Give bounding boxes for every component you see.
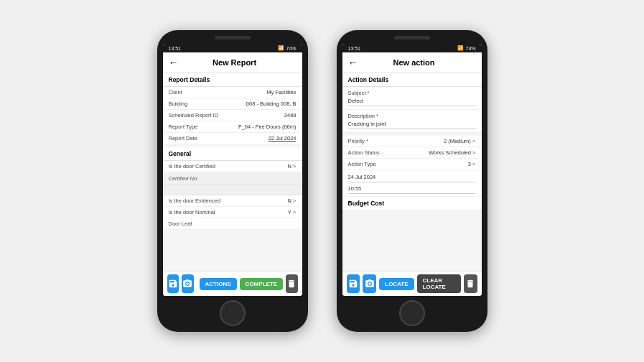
phone-2-back-button[interactable]: ← <box>348 57 358 68</box>
action-delete-button[interactable] <box>464 274 477 293</box>
action-type-field[interactable]: Action Type 3 > <box>342 159 482 170</box>
client-label: Client <box>169 89 233 96</box>
phone-1-toolbar: ACTIONS COMPLETE <box>163 271 302 296</box>
camera-button[interactable] <box>182 274 194 293</box>
certified-arrow: > <box>293 163 297 170</box>
certified-no-row: Certified No. <box>163 172 302 185</box>
description-value[interactable]: Cracking in joint <box>348 121 476 129</box>
scheduled-report-field: Scheduled Report ID 3489 <box>163 110 302 121</box>
certified-no-input-area <box>163 185 302 195</box>
phone-1-status-bar: 13:51 📶 74% <box>163 44 302 52</box>
general-section: General Is the door Certified N > Certif… <box>163 147 302 230</box>
certified-no-label: Certified No. <box>169 175 199 182</box>
nominal-value: Y > <box>233 209 297 215</box>
phone-2-signal-icon: 📶 <box>457 45 464 51</box>
phone-1-content: Report Details Client My Facilities Buil… <box>163 73 302 271</box>
general-section-header: General <box>163 147 302 161</box>
nominal-field[interactable]: Is the door Nominal Y > <box>163 207 302 218</box>
phone-2-speaker <box>394 36 430 40</box>
phone-2-battery-text: 74% <box>465 46 475 51</box>
phone-2-title: New action <box>363 58 466 67</box>
locate-button[interactable]: LOCATE <box>379 278 414 290</box>
building-value: 008 - Building 008, B <box>233 101 297 107</box>
phone-2-header: ← New action <box>342 52 482 73</box>
certified-value: N > <box>233 163 297 170</box>
evidenced-value: N > <box>233 198 297 204</box>
building-field: Building 008 - Building 008, B <box>163 98 302 110</box>
report-type-label: Report Type <box>169 124 233 130</box>
description-label: Description * <box>348 113 476 119</box>
phone-2-content: Action Details Subject * Defect Descript… <box>342 73 482 271</box>
building-label: Building <box>169 101 233 107</box>
report-date-field: Report Date 22 Jul 2024 <box>163 133 302 144</box>
action-status-value: Works Scheduled > <box>429 149 475 156</box>
action-type-label: Action Type <box>348 161 376 167</box>
subject-value[interactable]: Defect <box>348 98 476 106</box>
phone-2: 13:51 📶 74% ← New action Action Details … <box>337 30 487 332</box>
phone-1-signal-icon: 📶 <box>278 45 284 51</box>
priority-arrow: > <box>472 138 476 144</box>
client-value: My Facilities <box>233 89 297 96</box>
evidenced-arrow: > <box>293 198 297 204</box>
complete-by-time[interactable]: 10:55 <box>348 185 476 194</box>
report-date-label: Report Date <box>169 135 233 141</box>
delete-button[interactable] <box>286 274 298 293</box>
phone-2-status-bar: 13:51 📶 74% <box>342 44 482 52</box>
client-field: Client My Facilities <box>163 87 302 98</box>
nominal-label: Is the door Nominal <box>169 209 233 215</box>
report-type-value: F_04 - Fire Doors (06m) <box>233 124 297 130</box>
certified-field[interactable]: Is the door Certified N > <box>163 161 302 172</box>
complete-by-date[interactable]: 24 Jul 2024 <box>348 174 476 182</box>
priority-label: Priority * <box>348 138 368 144</box>
phone-2-home-button[interactable] <box>399 300 425 326</box>
phone-1: 13:51 📶 74% ← New Report Report Details … <box>157 30 308 332</box>
door-leaf-field: Door Leaf <box>163 218 302 230</box>
action-details-section: Action Details <box>342 73 482 87</box>
phone-2-time: 13:51 <box>348 46 361 51</box>
action-status-arrow: > <box>472 149 476 156</box>
phone-2-screen: 13:51 📶 74% ← New action Action Details … <box>342 44 482 296</box>
phone-1-title: New Report <box>183 58 286 67</box>
priority-value: 2 (Medium) > <box>444 138 476 144</box>
phone-1-speaker <box>215 36 251 40</box>
complete-by-section: 24 Jul 2024 10:55 <box>342 170 482 197</box>
phone-1-battery-text: 74% <box>286 46 296 51</box>
phone-2-toolbar: LOCATE CLEAR LOCATE <box>342 271 482 296</box>
action-save-button[interactable] <box>347 274 360 293</box>
phone-1-time: 13:51 <box>169 46 182 51</box>
save-button[interactable] <box>167 274 179 293</box>
report-type-field: Report Type F_04 - Fire Doors (06m) <box>163 121 302 133</box>
evidenced-field[interactable]: Is the door Evidenced N > <box>163 195 302 207</box>
phone-1-status-icons: 📶 74% <box>278 45 296 51</box>
priority-field[interactable]: Priority * 2 (Medium) > <box>342 136 482 147</box>
phone-1-header: ← New Report <box>163 52 302 73</box>
phone-1-back-button[interactable]: ← <box>169 57 179 68</box>
phone-1-screen: 13:51 📶 74% ← New Report Report Details … <box>163 44 302 296</box>
actions-button[interactable]: ACTIONS <box>200 278 237 290</box>
subject-label: Subject * <box>348 90 476 96</box>
clear-locate-button[interactable]: CLEAR LOCATE <box>417 274 461 293</box>
phone-1-home-button[interactable] <box>220 300 246 326</box>
action-type-arrow: > <box>472 161 476 167</box>
certified-label: Is the door Certified <box>169 163 233 170</box>
complete-button[interactable]: COMPLETE <box>240 278 283 290</box>
subject-section: Subject * Defect <box>342 87 482 110</box>
action-camera-button[interactable] <box>363 274 376 293</box>
phone-2-status-icons: 📶 74% <box>457 45 475 51</box>
action-type-value: 3 > <box>468 161 476 167</box>
action-status-field[interactable]: Action Status Works Scheduled > <box>342 147 482 159</box>
nominal-arrow: > <box>293 209 297 215</box>
action-status-label: Action Status <box>348 149 380 156</box>
door-leaf-label: Door Leaf <box>169 221 297 227</box>
description-section: Description * Cracking in joint <box>342 110 482 133</box>
report-details-section: Report Details <box>163 73 302 87</box>
report-date-value: 22 Jul 2024 <box>233 135 297 141</box>
evidenced-label: Is the door Evidenced <box>169 198 233 204</box>
budget-cost-label: Budget Cost <box>348 200 476 207</box>
scheduled-report-label: Scheduled Report ID <box>169 112 233 119</box>
scheduled-report-value: 3489 <box>233 112 297 119</box>
budget-cost-section: Budget Cost <box>342 197 482 210</box>
